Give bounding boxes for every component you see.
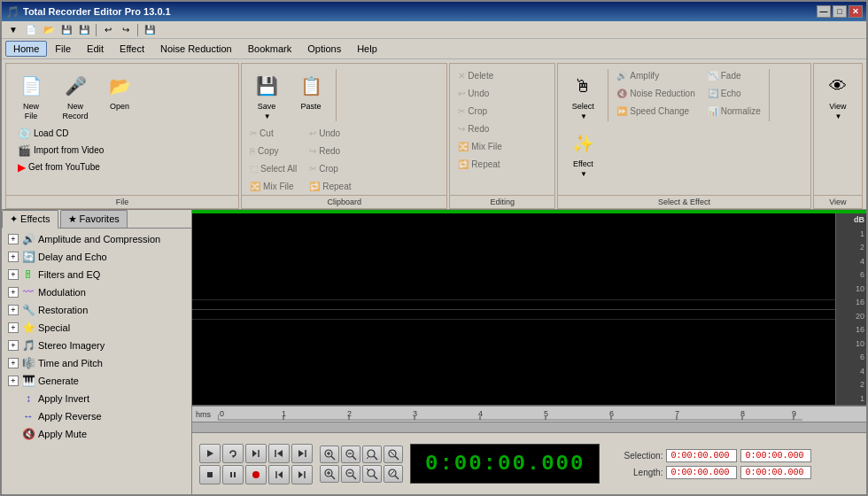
open-button[interactable]: 📂 Open <box>98 67 141 124</box>
waveform-area[interactable]: dB 1 2 4 6 10 16 20 16 10 6 4 2 1 <box>192 213 866 406</box>
menu-options[interactable]: Options <box>299 41 349 57</box>
expand-time[interactable]: + <box>8 358 19 368</box>
tree-item-modulation[interactable]: + 〰 Modulation <box>4 283 190 301</box>
record-button[interactable] <box>245 465 267 484</box>
menu-noise-reduction[interactable]: Noise Reduction <box>152 41 240 57</box>
menu-effect[interactable]: Effect <box>112 41 152 57</box>
svg-line-43 <box>353 456 356 460</box>
expand-restoration[interactable]: + <box>8 305 19 315</box>
menu-file[interactable]: File <box>47 41 79 57</box>
speed-change-button[interactable]: ⏩ Speed Change <box>612 103 699 119</box>
file-group-label: File <box>6 195 238 206</box>
menu-bookmark[interactable]: Bookmark <box>240 41 300 57</box>
expand-amplitude[interactable]: + <box>8 234 19 244</box>
zoom-in-v-button[interactable] <box>320 465 339 483</box>
tree-item-apply-invert[interactable]: ↕ Apply Invert <box>4 390 190 407</box>
tree-item-filters[interactable]: + 🎚 Filters and EQ <box>4 266 190 283</box>
copy-button[interactable]: ⎘ Copy <box>245 143 301 159</box>
prev-button[interactable] <box>268 444 290 463</box>
tree-item-apply-reverse[interactable]: ↔ Apply Reverse <box>4 407 190 425</box>
load-cd-button[interactable]: 💿 Load CD <box>13 126 108 142</box>
db-label-header: dB <box>838 215 864 224</box>
tree-item-amplitude[interactable]: + 🔊 Amplitude and Compression <box>4 230 190 248</box>
cut-button[interactable]: ✂ Cut <box>245 125 301 141</box>
qa-save2[interactable]: 💾 <box>76 23 92 37</box>
icon-restoration: 🔧 <box>21 303 35 317</box>
main-window: 🎵 Total Recorder Editor Pro 13.0.1 — □ ✕… <box>0 0 868 496</box>
crop2-button[interactable]: ✂ Crop <box>453 103 498 119</box>
tree-item-delay[interactable]: + 🔄 Delay and Echo <box>4 248 190 266</box>
save-button[interactable]: 💾 Save ▼ <box>245 67 288 123</box>
qa-undo[interactable]: ↩ <box>100 23 116 37</box>
loop-button[interactable] <box>222 444 244 463</box>
mix-file2-button[interactable]: 🔀 Mix File <box>453 138 506 154</box>
close-button[interactable]: ✕ <box>849 5 863 18</box>
zoom-fit-h-button[interactable] <box>362 446 382 463</box>
expand-delay[interactable]: + <box>8 252 19 262</box>
redo2-button[interactable]: ↪ Redo <box>453 120 506 136</box>
noise-reduction-button[interactable]: 🔇 Noise Reduction <box>612 85 699 101</box>
view-icon: 👁 <box>824 72 852 100</box>
zoom-sel-v-button[interactable] <box>384 465 403 483</box>
tree-item-apply-mute[interactable]: 🔇 Apply Mute <box>4 425 190 443</box>
qa-redo[interactable]: ↪ <box>118 23 134 37</box>
mix-file-button[interactable]: 🔀 Mix File <box>245 178 301 194</box>
tab-favorites[interactable]: ★ Favorites <box>60 210 128 228</box>
stop-button[interactable] <box>199 465 221 484</box>
prev2-button[interactable] <box>268 465 290 484</box>
undo2-button[interactable]: ↩ Undo <box>453 85 498 101</box>
qa-new[interactable]: 📄 <box>23 23 39 37</box>
tree-item-restoration[interactable]: + 🔧 Restoration <box>4 301 190 319</box>
import-video-button[interactable]: 🎬 Import from Video <box>13 143 108 159</box>
menu-home[interactable]: Home <box>5 41 47 57</box>
delete-button[interactable]: ✕ Delete <box>453 67 498 83</box>
normalize-button[interactable]: 📊 Normalize <box>703 103 765 119</box>
zoom-out-v-button[interactable] <box>341 465 360 483</box>
repeat2-button[interactable]: 🔁 Repeat <box>453 156 506 172</box>
qa-save3[interactable]: 💾 <box>142 23 158 37</box>
zoom-in-h-button[interactable] <box>320 446 339 463</box>
select-button[interactable]: 🖱 Select ▼ <box>562 67 604 123</box>
amplify-button[interactable]: 🔊 Amplify <box>612 67 699 83</box>
zoom-fit-v-button[interactable] <box>362 465 382 483</box>
expand-stereo[interactable]: + <box>8 340 19 351</box>
echo-button[interactable]: 🔄 Echo <box>703 85 765 101</box>
play-button[interactable] <box>199 444 221 463</box>
minimize-button[interactable]: — <box>817 5 831 18</box>
expand-modulation[interactable]: + <box>8 287 19 298</box>
expand-filters[interactable]: + <box>8 269 19 280</box>
menu-edit[interactable]: Edit <box>79 41 112 57</box>
select-all-button[interactable]: ⬚ Select All <box>245 160 301 176</box>
qa-open[interactable]: 📂 <box>41 23 57 37</box>
tree-item-stereo[interactable]: + 🎵 Stereo Imagery <box>4 337 190 354</box>
zoom-out-h-button[interactable] <box>341 446 360 463</box>
next2-button[interactable] <box>291 465 313 484</box>
maximize-button[interactable]: □ <box>833 5 847 18</box>
play-sel-button[interactable] <box>245 444 267 463</box>
repeat2-label: Repeat <box>471 159 500 169</box>
horizontal-scrollbar[interactable] <box>192 422 866 432</box>
tab-effects[interactable]: ✦ Effects <box>2 210 58 229</box>
paste-button[interactable]: 📋 Paste <box>290 67 332 123</box>
pause-button[interactable] <box>222 465 244 484</box>
get-youtube-button[interactable]: ▶ Get from YouTube <box>13 159 108 175</box>
tree-item-time[interactable]: + 🎼 Time and Pitch <box>4 354 190 372</box>
menu-help[interactable]: Help <box>349 41 385 57</box>
zoom-sel-h-button[interactable] <box>384 446 403 463</box>
effect-button[interactable]: ✨ Effect ▼ <box>562 125 604 181</box>
view-button[interactable]: 👁 View ▼ <box>818 67 858 123</box>
redo-button[interactable]: ↪ Redo <box>305 143 355 159</box>
expand-generate[interactable]: + <box>8 376 19 386</box>
undo-button[interactable]: ↩ Undo <box>305 125 355 141</box>
next-button[interactable] <box>291 444 313 463</box>
crop-button[interactable]: ✂ Crop <box>305 160 355 176</box>
fade-button[interactable]: 📉 Fade <box>703 67 765 83</box>
tree-item-generate[interactable]: + 🎹 Generate <box>4 372 190 390</box>
new-record-button[interactable]: 🎤 NewRecord <box>54 67 97 124</box>
qa-back[interactable]: ▼ <box>5 23 21 37</box>
new-file-button[interactable]: 📄 NewFile <box>10 67 52 124</box>
tree-item-special[interactable]: + ⭐ Special <box>4 319 190 337</box>
expand-special[interactable]: + <box>8 322 19 333</box>
repeat-button[interactable]: 🔁 Repeat <box>305 178 355 194</box>
qa-save[interactable]: 💾 <box>58 23 74 37</box>
